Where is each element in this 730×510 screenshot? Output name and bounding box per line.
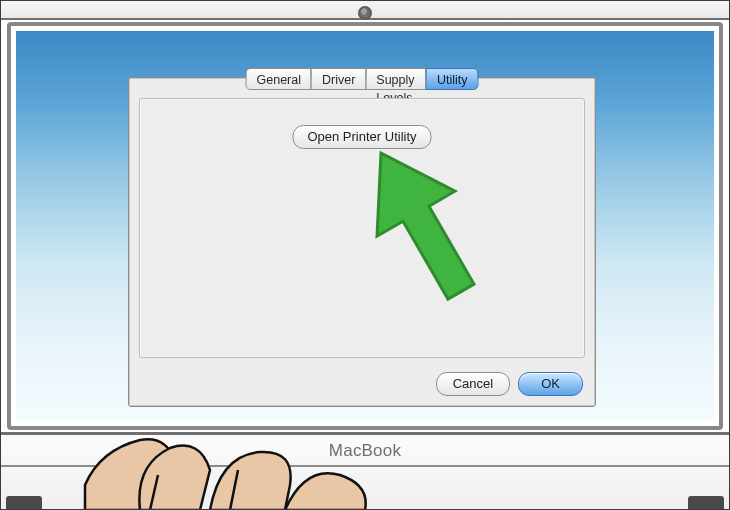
- ok-button[interactable]: OK: [518, 372, 583, 396]
- dialog-content-panel: Open Printer Utility: [139, 98, 585, 358]
- open-printer-utility-button[interactable]: Open Printer Utility: [292, 125, 431, 149]
- cancel-button[interactable]: Cancel: [436, 372, 510, 396]
- dialog-tabs: General Driver Supply Levels Utility: [246, 68, 479, 90]
- tab-driver[interactable]: Driver: [311, 68, 366, 90]
- tab-general[interactable]: General: [246, 68, 312, 90]
- laptop-foot-right: [688, 496, 724, 510]
- webcam-icon: [358, 6, 372, 20]
- laptop-brand-label: MacBook: [329, 441, 401, 461]
- laptop-foot-left: [6, 496, 42, 510]
- printer-options-dialog: General Driver Supply Levels Utility Ope…: [128, 77, 596, 407]
- laptop-lid-top: [0, 0, 730, 20]
- laptop-screen-bezel: General Driver Supply Levels Utility Ope…: [7, 22, 723, 430]
- tab-utility[interactable]: Utility: [426, 68, 479, 90]
- deck-edge-line: [0, 465, 730, 467]
- laptop-deck: MacBook: [0, 432, 730, 510]
- dialog-footer: Cancel OK: [436, 372, 583, 396]
- desktop-background: General Driver Supply Levels Utility Ope…: [16, 31, 714, 421]
- screenshot-stage: General Driver Supply Levels Utility Ope…: [0, 0, 730, 510]
- tab-supply-levels[interactable]: Supply Levels: [365, 68, 427, 90]
